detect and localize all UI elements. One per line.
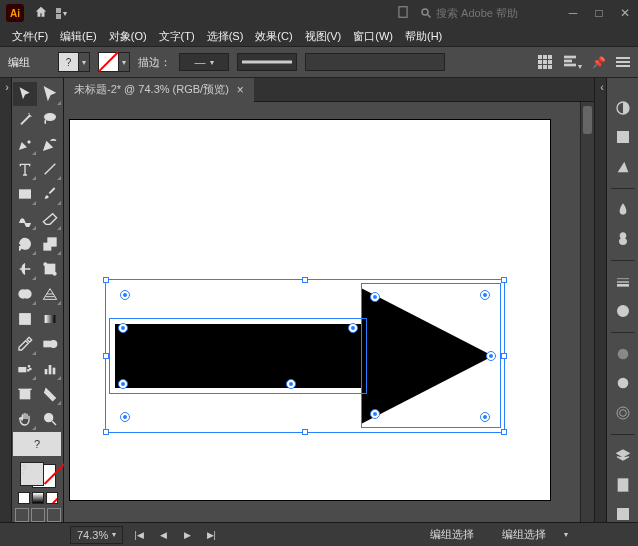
align-grid-icon[interactable] xyxy=(538,55,552,69)
hand-tool[interactable] xyxy=(13,407,37,431)
curvature-tool[interactable] xyxy=(38,132,62,156)
none-mode-icon[interactable] xyxy=(46,492,58,504)
symbol-sprayer-tool[interactable] xyxy=(13,357,37,381)
column-graph-tool[interactable] xyxy=(38,357,62,381)
menu-help[interactable]: 帮助(H) xyxy=(401,29,446,44)
fill-swatch[interactable]: ? ▾ xyxy=(58,52,90,72)
selection-tool[interactable] xyxy=(13,82,37,106)
svg-point-46 xyxy=(617,407,629,419)
stroke-style-select[interactable] xyxy=(237,53,297,71)
artboard-tool[interactable] xyxy=(13,382,37,406)
shaper-tool[interactable] xyxy=(13,207,37,231)
nav-last-icon[interactable]: ▶| xyxy=(203,527,219,543)
right-collapse-strip[interactable]: ‹‹ xyxy=(594,78,606,522)
swatches-panel-icon[interactable] xyxy=(613,129,633,145)
slice-tool[interactable] xyxy=(38,382,62,406)
search-box[interactable] xyxy=(420,7,546,19)
color-guide-panel-icon[interactable] xyxy=(613,158,633,174)
opacity-box[interactable] xyxy=(305,53,445,71)
gradient-tool[interactable] xyxy=(38,307,62,331)
document-tab-title: 未标题-2* @ 74.3% (RGB/预览) xyxy=(74,82,229,97)
layers-panel-icon[interactable] xyxy=(613,447,633,463)
svg-rect-24 xyxy=(19,368,26,372)
direct-selection-tool[interactable] xyxy=(38,82,62,106)
right-panel xyxy=(606,78,638,522)
eyedropper-tool[interactable] xyxy=(13,332,37,356)
svg-rect-28 xyxy=(45,369,48,374)
zoom-tool[interactable] xyxy=(38,407,62,431)
panel-menu-icon[interactable] xyxy=(616,57,630,67)
color-panel-icon[interactable] xyxy=(613,100,633,116)
stroke-panel-icon[interactable] xyxy=(613,274,633,290)
home-icon[interactable] xyxy=(34,5,48,21)
maximize-button[interactable]: □ xyxy=(592,6,606,20)
eraser-tool[interactable] xyxy=(38,207,62,231)
svg-point-25 xyxy=(28,366,29,367)
pen-tool[interactable] xyxy=(13,132,37,156)
svg-line-9 xyxy=(45,164,56,175)
control-bar: 编组 ? ▾ ▾ 描边： —▾ ▾ 📌 xyxy=(0,46,638,78)
menu-select[interactable]: 选择(S) xyxy=(203,29,248,44)
graphic-styles-panel-icon[interactable] xyxy=(613,404,633,420)
document-tab[interactable]: 未标题-2* @ 74.3% (RGB/预览) × xyxy=(64,78,254,102)
perspective-grid-tool[interactable] xyxy=(38,282,62,306)
paintbrush-tool[interactable] xyxy=(38,182,62,206)
stroke-swatch[interactable]: ▾ xyxy=(98,52,130,72)
tab-close-icon[interactable]: × xyxy=(237,83,244,97)
scale-tool[interactable] xyxy=(38,232,62,256)
type-tool[interactable] xyxy=(13,157,37,181)
menu-object[interactable]: 对象(O) xyxy=(105,29,151,44)
draw-inside-icon[interactable] xyxy=(47,508,61,522)
mesh-tool[interactable] xyxy=(13,307,37,331)
align-options-icon[interactable]: ▾ xyxy=(562,53,582,71)
menu-window[interactable]: 窗口(W) xyxy=(349,29,397,44)
rectangle-tool[interactable] xyxy=(13,182,37,206)
menu-type[interactable]: 文字(T) xyxy=(155,29,199,44)
asset-export-panel-icon[interactable] xyxy=(613,477,633,493)
rotate-tool[interactable] xyxy=(13,232,37,256)
nav-next-icon[interactable]: ▶ xyxy=(179,527,195,543)
stroke-weight-select[interactable]: —▾ xyxy=(179,53,229,71)
menu-file[interactable]: 文件(F) xyxy=(8,29,52,44)
bounding-box-outer[interactable] xyxy=(105,279,505,433)
lasso-tool[interactable] xyxy=(38,107,62,131)
nav-prev-icon[interactable]: ◀ xyxy=(155,527,171,543)
fill-stroke-swatches[interactable]: ? xyxy=(20,462,56,488)
magic-wand-tool[interactable] xyxy=(13,107,37,131)
selection-mode-label: 编组 xyxy=(8,55,30,70)
toolbar: ? ? xyxy=(12,78,64,522)
left-collapse-strip[interactable]: ›› xyxy=(0,78,12,522)
free-transform-tool[interactable] xyxy=(38,257,62,281)
arrange-documents-icon[interactable]: ▾ xyxy=(56,8,67,19)
close-button[interactable]: ✕ xyxy=(618,6,632,20)
menu-edit[interactable]: 编辑(E) xyxy=(56,29,101,44)
color-mode-icon[interactable] xyxy=(18,492,30,504)
unknown-tool[interactable]: ? xyxy=(13,432,61,456)
artboards-panel-icon[interactable] xyxy=(613,506,633,522)
width-tool[interactable] xyxy=(13,257,37,281)
document-icon[interactable] xyxy=(396,5,410,21)
brushes-panel-icon[interactable] xyxy=(613,201,633,217)
menu-bar: 文件(F) 编辑(E) 对象(O) 文字(T) 选择(S) 效果(C) 视图(V… xyxy=(0,26,638,46)
symbols-panel-icon[interactable] xyxy=(613,231,633,247)
search-input[interactable] xyxy=(436,7,546,19)
menu-view[interactable]: 视图(V) xyxy=(301,29,346,44)
draw-behind-icon[interactable] xyxy=(31,508,45,522)
svg-point-23 xyxy=(50,341,57,348)
draw-normal-icon[interactable] xyxy=(15,508,29,522)
nav-first-icon[interactable]: |◀ xyxy=(131,527,147,543)
pin-icon[interactable]: 📌 xyxy=(592,56,606,69)
appearance-panel-icon[interactable] xyxy=(613,375,633,391)
vertical-scrollbar[interactable] xyxy=(580,102,594,522)
gradient-mode-icon[interactable] xyxy=(32,492,44,504)
svg-point-27 xyxy=(28,370,29,371)
line-tool[interactable] xyxy=(38,157,62,181)
menu-effect[interactable]: 效果(C) xyxy=(251,29,296,44)
transparency-panel-icon[interactable] xyxy=(613,346,633,362)
fill-color-swatch[interactable]: ? xyxy=(20,462,44,486)
shape-builder-tool[interactable] xyxy=(13,282,37,306)
blend-tool[interactable] xyxy=(38,332,62,356)
gradient-panel-icon[interactable] xyxy=(613,303,633,319)
minimize-button[interactable]: ─ xyxy=(566,6,580,20)
zoom-level[interactable]: 74.3%▾ xyxy=(70,526,123,544)
